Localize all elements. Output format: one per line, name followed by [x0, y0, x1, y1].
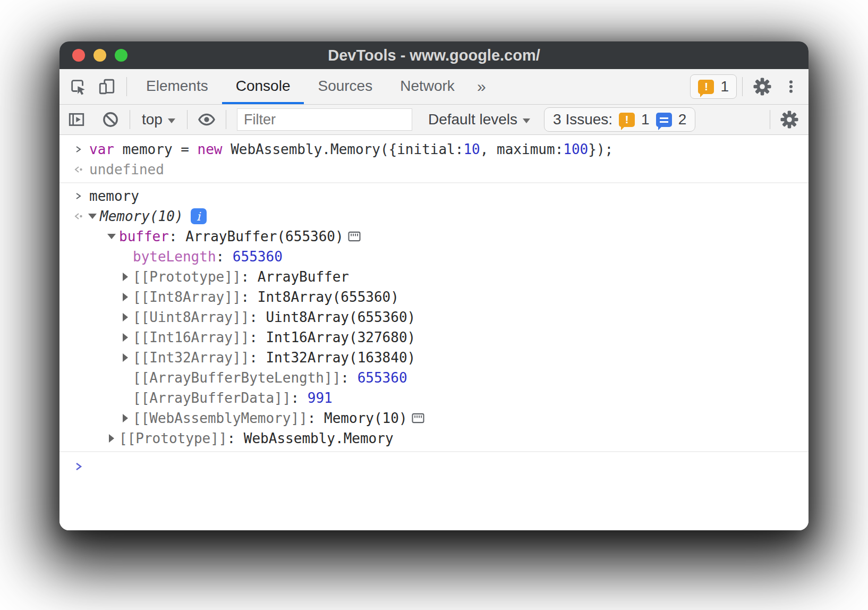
property-value: WebAssembly.Memory — [244, 430, 394, 446]
levels-label: Default levels — [428, 111, 517, 128]
warning-count: 1 — [641, 111, 650, 128]
result-undefined: undefined — [89, 162, 164, 177]
expand-triangle[interactable] — [121, 313, 130, 321]
show-console-sidebar-button[interactable] — [63, 105, 90, 134]
expand-triangle[interactable] — [121, 414, 130, 422]
expand-triangle[interactable] — [121, 273, 130, 281]
tab-sources[interactable]: Sources — [304, 69, 386, 104]
result-arrow-icon — [73, 212, 84, 221]
console-messages: var memory = new WebAssembly.Memory({ini… — [59, 135, 809, 530]
close-button[interactable] — [72, 49, 85, 62]
expand-triangle[interactable] — [107, 434, 116, 443]
issue-warning-icon: ! — [619, 113, 635, 127]
result-arrow-icon — [73, 165, 84, 174]
issues-label: 3 Issues: — [553, 111, 612, 128]
property-value: Int32Array(163840) — [266, 350, 415, 366]
tree-row-prototype-arraybuffer: [[Prototype]]: ArrayBuffer — [59, 267, 809, 287]
console-sidebar-icon — [67, 111, 86, 129]
tab-elements[interactable]: Elements — [132, 69, 222, 104]
tab-network[interactable]: Network — [386, 69, 469, 104]
prompt-chevron-icon — [73, 462, 84, 471]
console-result-object: Memory(10) i — [59, 206, 809, 226]
divider — [187, 110, 188, 129]
devtools-tabbar: Elements Console Sources Network » ! 1 — [59, 69, 809, 105]
command-chevron-icon — [73, 145, 84, 154]
issues-count: 1 — [720, 78, 729, 95]
tree-row-int32array: [[Int32Array]]: Int32Array(163840) — [59, 348, 809, 368]
issue-message-icon — [656, 113, 672, 127]
settings-button[interactable] — [748, 69, 777, 104]
more-tabs-button[interactable]: » — [469, 78, 495, 96]
context-label: top — [142, 111, 163, 128]
console-settings-button[interactable] — [776, 105, 803, 134]
divider — [126, 77, 127, 96]
colon: : — [216, 249, 233, 265]
code-text: WebAssembly.Memory({initial: — [222, 141, 463, 157]
reveal-in-memory-inspector-button[interactable] — [411, 411, 426, 425]
console-prompt[interactable] — [59, 455, 809, 478]
javascript-context-selector[interactable]: top — [135, 111, 182, 128]
internal-property-name: [[Int16Array]] — [133, 329, 249, 345]
message-separator — [59, 182, 809, 183]
colon: : — [249, 329, 266, 345]
reveal-in-memory-inspector-button[interactable] — [347, 230, 362, 243]
property-value: 655360 — [233, 249, 283, 265]
colon: : — [291, 390, 307, 406]
issues-summary-button[interactable]: 3 Issues: ! 1 2 — [544, 107, 695, 132]
divider — [770, 110, 770, 129]
tree-row-webassemblymemory: [[WebAssemblyMemory]]: Memory(10) — [59, 408, 809, 428]
property-value: ArrayBuffer — [258, 269, 349, 285]
inspect-element-button[interactable] — [64, 69, 92, 104]
titlebar: DevTools - www.google.com/ — [59, 41, 809, 69]
colon: : — [341, 370, 357, 386]
code-text: }); — [588, 141, 613, 157]
expand-triangle[interactable] — [88, 214, 97, 219]
tree-row-buffer: buffer: ArrayBuffer(655360) — [59, 226, 809, 247]
property-value: Int16Array(327680) — [266, 329, 415, 345]
minimize-button[interactable] — [93, 49, 106, 62]
colon: : — [249, 309, 266, 325]
internal-property-name: [[Uint8Array]] — [133, 309, 249, 325]
divider — [130, 110, 130, 129]
zoom-button[interactable] — [115, 49, 127, 62]
device-toolbar-icon — [98, 78, 116, 96]
tree-row-int16array: [[Int16Array]]: Int16Array(327680) — [59, 327, 809, 348]
internal-property-name: [[Prototype]] — [133, 269, 241, 285]
expand-triangle[interactable] — [121, 333, 130, 342]
toggle-device-toolbar-button[interactable] — [92, 69, 121, 104]
property-name: byteLength — [133, 249, 216, 265]
chevron-down-icon — [523, 118, 530, 123]
tree-row-bytelength: byteLength: 655360 — [59, 247, 809, 267]
filter-input[interactable] — [237, 108, 412, 131]
screenshot-stage: DevTools - www.google.com/ Elements Cons… — [0, 0, 868, 610]
gear-icon — [780, 110, 799, 129]
clear-icon — [101, 111, 120, 129]
expand-triangle[interactable] — [107, 234, 116, 239]
tree-row-arraybufferbytelength: [[ArrayBufferByteLength]]: 655360 — [59, 368, 809, 388]
property-value: Memory(10) — [324, 410, 407, 426]
expand-triangle[interactable] — [121, 293, 130, 301]
object-preview: Memory(10) — [100, 208, 183, 224]
expand-triangle[interactable] — [121, 353, 130, 362]
internal-property-name: [[ArrayBufferData]] — [133, 390, 291, 406]
colon: : — [227, 430, 244, 446]
gear-icon — [753, 77, 772, 96]
issues-counter-button[interactable]: ! 1 — [690, 74, 737, 99]
info-badge[interactable]: i — [191, 208, 207, 224]
tree-row-prototype-memory: [[Prototype]]: WebAssembly.Memory — [59, 428, 809, 448]
main-menu-button[interactable] — [777, 69, 805, 104]
kebab-menu-icon — [783, 78, 799, 96]
internal-property-name: [[Prototype]] — [119, 430, 227, 446]
log-levels-selector[interactable]: Default levels — [422, 111, 537, 128]
code-text: , maximum: — [480, 141, 564, 157]
keyword: new — [198, 141, 223, 157]
internal-property-name: [[ArrayBufferByteLength]] — [133, 370, 341, 386]
tab-console[interactable]: Console — [222, 69, 304, 104]
number-literal: 100 — [563, 141, 588, 157]
console-command: memory — [59, 186, 809, 206]
divider — [226, 110, 226, 129]
create-live-expression-button[interactable] — [193, 105, 220, 134]
colon: : — [241, 289, 258, 305]
clear-console-button[interactable] — [97, 105, 124, 134]
message-separator — [59, 451, 809, 452]
